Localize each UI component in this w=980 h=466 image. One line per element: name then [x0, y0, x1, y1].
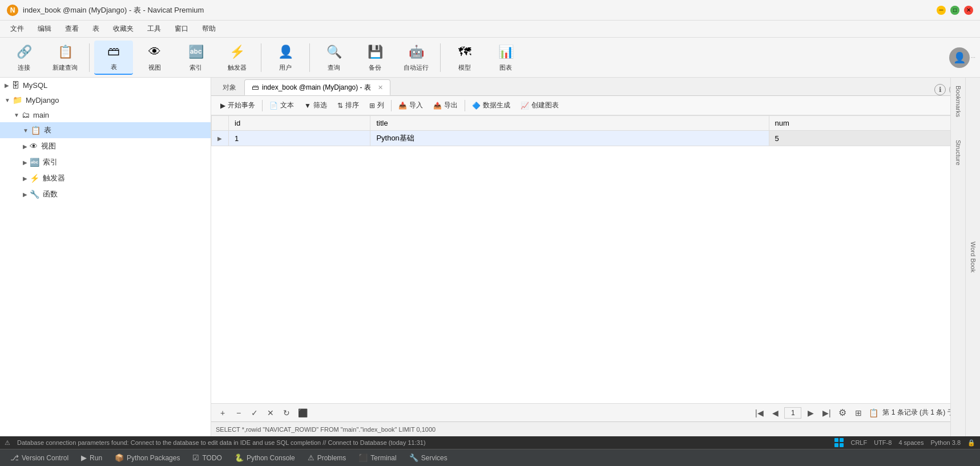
toolbar-autorun[interactable]: 🤖 自动运行 — [397, 41, 435, 75]
last-page-button[interactable]: ▶| — [820, 406, 833, 420]
tab-close-icon[interactable]: ✕ — [378, 84, 383, 91]
avatar[interactable]: 👤 — [949, 47, 970, 68]
sidebar-item-mydjango[interactable]: ▼ 📁 MyDjango — [0, 93, 211, 107]
indent-indicator[interactable]: 4 spaces — [898, 439, 923, 446]
sidebar-label-tables: 表 — [44, 125, 51, 135]
sidebar-label-indexes: 索引 — [43, 157, 58, 167]
first-page-button[interactable]: |◀ — [752, 406, 766, 420]
sidebar-item-mysql[interactable]: ▶ 🗄 MySQL — [0, 78, 211, 93]
menu-help[interactable]: 帮助 — [196, 22, 221, 36]
warning-icon: ⚠ — [5, 439, 10, 447]
tab-python-packages[interactable]: 📦 Python Packages — [109, 450, 185, 466]
prev-page-button[interactable]: ◀ — [768, 406, 782, 420]
confirm-button[interactable]: ✓ — [248, 406, 261, 420]
grid-view-button[interactable]: ⊞ — [852, 406, 865, 420]
col-id[interactable]: id — [229, 116, 370, 131]
toolbar-separator-4 — [440, 43, 441, 72]
table-row[interactable]: ▶ 1 Python基础 5 — [212, 131, 980, 146]
delete-row-button[interactable]: − — [232, 406, 245, 420]
toolbar-index[interactable]: 🔤 索引 — [176, 41, 215, 75]
sidebar-item-funcs[interactable]: ▶ 🔧 函数 — [0, 186, 211, 202]
encoding-indicator[interactable]: UTF-8 — [874, 439, 892, 446]
toolbar-backup[interactable]: 💾 备份 — [356, 41, 394, 75]
menu-edit[interactable]: 编辑 — [32, 22, 57, 36]
tab-services[interactable]: 🔧 Services — [404, 450, 453, 466]
info-icon[interactable]: ℹ — [934, 84, 946, 95]
tab-table-active[interactable]: 🗃 index_book @main (MyDjango) - 表 ✕ — [244, 79, 390, 95]
maximize-button[interactable]: □ — [950, 6, 959, 15]
cell-num[interactable]: 5 — [769, 131, 979, 146]
minimize-button[interactable]: ─ — [937, 6, 946, 15]
sort-button[interactable]: ⇅ 排序 — [333, 99, 364, 112]
columns-button[interactable]: ⊞ 列 — [365, 99, 389, 112]
python-console-icon: 🐍 — [235, 453, 244, 462]
tab-terminal[interactable]: ⬛ Terminal — [353, 450, 402, 466]
filter-button[interactable]: ▼ 筛选 — [300, 99, 332, 112]
refresh-button[interactable]: ↻ — [280, 406, 293, 420]
toolbar-trigger[interactable]: ⚡ 触发器 — [217, 41, 256, 75]
toolbar-query[interactable]: 🔍 查询 — [314, 41, 353, 75]
toolbar-view[interactable]: 👁 视图 — [135, 41, 174, 75]
view-toggle-buttons: ⊞ 📋 — [852, 406, 880, 420]
close-button[interactable]: ✕ — [964, 6, 973, 15]
data-table: id title num ▶ 1 Python基础 5 — [211, 115, 980, 403]
cell-title[interactable]: Python基础 — [370, 131, 769, 146]
funcs-icon: 🔧 — [30, 190, 39, 199]
cancel-edit-button[interactable]: ✕ — [264, 406, 277, 420]
action-sep-2 — [391, 100, 392, 111]
menu-tools[interactable]: 工具 — [142, 22, 167, 36]
menu-view[interactable]: 查看 — [59, 22, 84, 36]
toolbar-model[interactable]: 🗺 模型 — [445, 41, 484, 75]
export-button[interactable]: 📤 导出 — [429, 99, 462, 112]
word-book-sidebar[interactable]: Word Book — [965, 78, 980, 436]
windows-logo — [834, 438, 844, 447]
import-icon: 📥 — [398, 102, 407, 110]
form-view-button[interactable]: 📋 — [866, 406, 880, 420]
structure-tab[interactable]: Structure — [953, 136, 964, 169]
generate-data-button[interactable]: 🔷 数据生成 — [467, 99, 515, 112]
model-label: 模型 — [458, 63, 471, 72]
menu-window[interactable]: 窗口 — [169, 22, 194, 36]
import-button[interactable]: 📥 导入 — [394, 99, 428, 112]
bookmarks-tab[interactable]: Bookmarks — [953, 82, 964, 120]
current-page[interactable]: 1 — [784, 407, 801, 419]
toolbar-new-query[interactable]: 📋 新建查询 — [46, 41, 84, 75]
menu-table[interactable]: 表 — [87, 22, 105, 36]
sidebar-item-views[interactable]: ▶ 👁 视图 — [0, 138, 211, 154]
sidebar-item-main[interactable]: ▼ 🗂 main — [0, 107, 211, 122]
tab-objects[interactable]: 对象 — [216, 79, 243, 95]
python-version[interactable]: Python 3.8 — [930, 439, 961, 446]
services-icon: 🔧 — [409, 453, 418, 462]
col-num[interactable]: num — [769, 116, 979, 131]
stop-button[interactable]: ⬛ — [296, 406, 309, 420]
tab-python-console[interactable]: 🐍 Python Console — [229, 450, 301, 466]
crlf-indicator[interactable]: CRLF — [850, 439, 867, 446]
next-page-button[interactable]: ▶ — [804, 406, 817, 420]
right-sidebar: Bookmarks Structure — [950, 78, 965, 436]
mydjango-icon: 📁 — [13, 95, 22, 105]
menu-file[interactable]: 文件 — [5, 22, 30, 36]
create-chart-button[interactable]: 📈 创建图表 — [516, 99, 563, 112]
start-transaction-button[interactable]: ▶ 开始事务 — [216, 99, 260, 112]
tab-todo[interactable]: ☑ TODO — [187, 450, 227, 466]
text-button[interactable]: 📄 文本 — [265, 99, 299, 112]
add-row-button[interactable]: + — [216, 406, 229, 420]
cell-id[interactable]: 1 — [229, 131, 370, 146]
menu-favorites[interactable]: 收藏夹 — [107, 22, 139, 36]
tab-problems[interactable]: ⚠ Problems — [302, 450, 352, 466]
sidebar-item-indexes[interactable]: ▶ 🔤 索引 — [0, 154, 211, 170]
tables-icon: 📋 — [31, 126, 41, 135]
sidebar-item-tables[interactable]: ▼ 📋 表 — [0, 122, 211, 138]
tab-run[interactable]: ▶ Run — [75, 450, 108, 466]
col-title[interactable]: title — [370, 116, 769, 131]
tab-version-control[interactable]: ⎇ Version Control — [5, 450, 74, 466]
toolbar-connect[interactable]: 🔗 连接 — [5, 41, 43, 75]
toolbar-table[interactable]: 🗃 表 — [94, 41, 133, 75]
action-sep-1 — [262, 100, 263, 111]
new-query-label: 新建查询 — [53, 63, 78, 72]
toolbar-user[interactable]: 👤 用户 — [266, 41, 305, 75]
toolbar-chart[interactable]: 📊 图表 — [486, 41, 525, 75]
settings-button[interactable]: ⚙ — [836, 406, 849, 420]
columns-label: 列 — [377, 101, 384, 110]
sidebar-item-triggers[interactable]: ▶ ⚡ 触发器 — [0, 170, 211, 186]
